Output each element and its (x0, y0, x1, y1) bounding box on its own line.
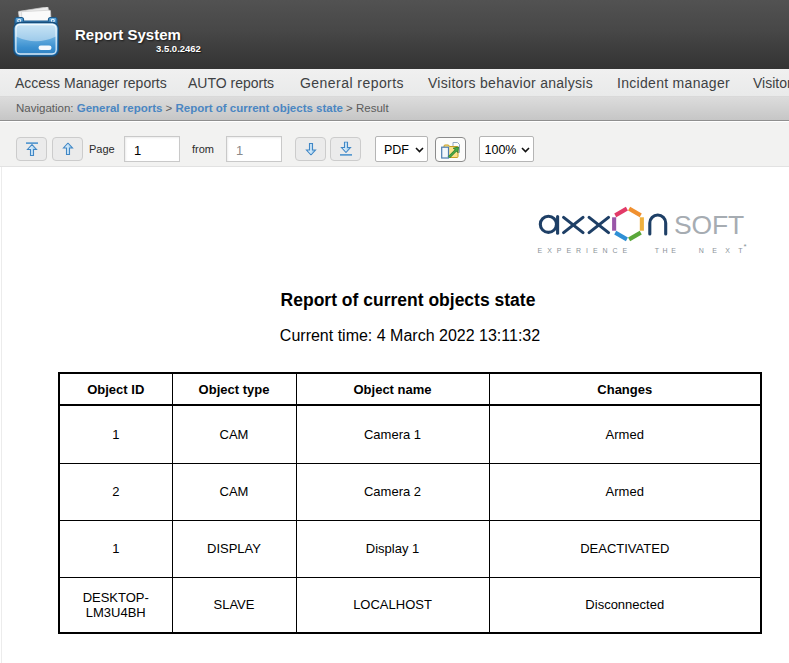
svg-text:SOFT: SOFT (674, 210, 744, 240)
svg-text:EXPERIENCE: EXPERIENCE (538, 247, 633, 254)
svg-text:THE: THE (655, 247, 680, 254)
svg-text:*: * (744, 242, 747, 251)
svg-text:NEXT: NEXT (699, 247, 751, 254)
